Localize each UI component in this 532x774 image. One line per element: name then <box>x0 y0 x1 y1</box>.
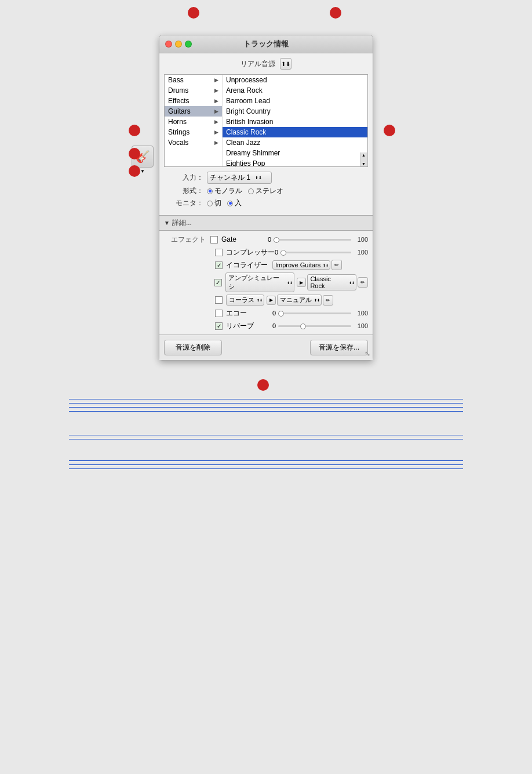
amp-sim-checkbox[interactable]: ✓ <box>214 279 222 286</box>
preset-classic-rock[interactable]: Classic Rock <box>223 127 367 137</box>
echo-value-left: 0 <box>272 310 276 317</box>
source-stepper[interactable]: ⬆⬇ <box>280 58 291 70</box>
channel-select[interactable]: チャンネル 1 ⬆⬇ <box>207 172 272 184</box>
separator-line-9 <box>69 468 463 469</box>
compressor-slider-thumb[interactable] <box>280 250 286 256</box>
echo-label: エコー <box>226 308 272 318</box>
preset-bright-country[interactable]: Bright Country <box>223 106 367 117</box>
reverb-slider-track[interactable] <box>278 325 351 327</box>
separator-line-6 <box>69 439 463 439</box>
separator-line-7 <box>69 460 463 461</box>
chorus-name-dropdown[interactable]: コーラス <box>226 295 264 306</box>
details-toggle[interactable]: ▼ 詳細... <box>159 215 373 230</box>
monitor-on-radio[interactable]: 入 <box>227 198 242 208</box>
gate-slider-thumb[interactable] <box>274 237 279 243</box>
list-item-drums[interactable]: Drums ▶ <box>165 85 222 96</box>
list-item-guitars[interactable]: Guitars ▶ <box>165 106 222 117</box>
list-item-bass[interactable]: Bass ▶ <box>165 75 222 85</box>
reverb-slider-thumb[interactable] <box>300 324 306 329</box>
preset-unprocessed[interactable]: Unprocessed <box>223 75 367 85</box>
preset-barroom-lead[interactable]: Barroom Lead <box>223 96 367 106</box>
effect-row-amp-sim: ✓ アンプシミュレーシ ▶ Classic Rock ✏ <box>159 271 373 293</box>
section-gap-4 <box>69 450 463 457</box>
separator-line-4 <box>69 411 463 412</box>
amp-sim-edit-button[interactable]: ✏ <box>358 277 368 288</box>
separator-line-2 <box>69 403 463 404</box>
preset-dreamy-shimmer[interactable]: Dreamy Shimmer <box>223 148 367 158</box>
equalizer-checkbox[interactable]: ✓ <box>215 261 223 269</box>
track-info-window: トラック情報 リアル音源 ⬆⬇ Bass ▶ <box>159 35 373 361</box>
equalizer-edit-button[interactable]: ✏ <box>331 260 342 270</box>
list-item-strings[interactable]: Strings ▶ <box>165 127 222 137</box>
save-instrument-button[interactable]: 音源を保存... <box>310 340 368 355</box>
gate-value-right: 100 <box>354 236 368 243</box>
gate-checkbox[interactable] <box>210 236 218 244</box>
arrow-icon: ▶ <box>214 108 218 114</box>
reverb-checkbox[interactable]: ✓ <box>215 322 223 330</box>
annotation-circle-left-1 <box>129 125 140 136</box>
mono-label: モノラル <box>214 186 242 196</box>
monitor-off-label: 切 <box>214 198 221 208</box>
monitor-off-radio[interactable]: 切 <box>207 198 221 208</box>
page-container: トラック情報 リアル音源 ⬆⬇ Bass ▶ <box>0 0 532 484</box>
monitor-on-circle <box>227 201 233 206</box>
effect-row-echo: エコー 0 100 <box>159 307 373 319</box>
chorus-checkbox[interactable] <box>215 296 223 304</box>
preset-clean-jazz[interactable]: Clean Jazz <box>223 137 367 148</box>
effect-row-chorus: コーラス ▶ マニュアル ✏ <box>159 293 373 307</box>
input-label: 入力： <box>169 173 203 183</box>
scroll-up-icon[interactable]: ▲ <box>362 153 366 157</box>
source-row: リアル音源 ⬆⬇ <box>164 58 368 70</box>
reverb-slider-area: 0 100 <box>272 322 368 329</box>
stereo-radio-circle <box>248 188 254 194</box>
guitar-dropdown-arrow[interactable]: ▼ <box>140 169 145 174</box>
gate-value-left: 0 <box>268 236 271 243</box>
preset-british-invasion[interactable]: British Invasion <box>223 117 367 127</box>
chorus-play-button[interactable]: ▶ <box>267 296 276 305</box>
amp-sim-play-button[interactable]: ▶ <box>297 278 306 287</box>
chorus-preset-dropdown[interactable]: マニュアル <box>277 295 322 306</box>
stereo-radio[interactable]: ステレオ <box>248 186 283 196</box>
zoom-button[interactable] <box>185 41 192 48</box>
list-item-effects[interactable]: Effects ▶ <box>165 96 222 106</box>
gate-slider-track[interactable] <box>274 239 351 241</box>
resize-handle[interactable]: ⤡ <box>365 350 370 358</box>
bottom-buttons: 音源を削除 音源を保存... ⤡ <box>159 335 373 360</box>
format-radio-group: モノラル ステレオ <box>207 186 283 196</box>
preset-eighties-pop[interactable]: Eighties Pop <box>223 158 367 166</box>
monitor-row: モニタ： 切 入 <box>164 198 368 208</box>
arrow-icon: ▶ <box>214 77 218 83</box>
arrow-icon: ▶ <box>214 119 218 125</box>
preset-list: Unprocessed Arena Rock Barroom Lead Brig… <box>223 75 367 166</box>
equalizer-dropdown[interactable]: Improve Guitars <box>272 260 330 270</box>
annotation-circle-left-3 <box>129 165 140 177</box>
channel-stepper-icon: ⬆⬇ <box>255 176 262 180</box>
reverb-value-left: 0 <box>272 322 276 329</box>
annotation-circle-right <box>384 125 395 136</box>
section-gap-3 <box>69 443 463 450</box>
list-item-vocals[interactable]: Vocals ▶ <box>165 137 222 148</box>
mono-radio-circle <box>207 188 213 194</box>
amp-sim-name-dropdown[interactable]: アンプシミュレーシ <box>225 272 295 292</box>
echo-checkbox[interactable] <box>215 310 223 317</box>
mono-radio[interactable]: モノラル <box>207 186 242 196</box>
compressor-checkbox[interactable] <box>215 249 223 256</box>
amp-sim-preset-dropdown[interactable]: Classic Rock <box>307 274 356 290</box>
delete-instrument-button[interactable]: 音源を削除 <box>164 340 222 355</box>
list-item-horns[interactable]: Horns ▶ <box>165 117 222 127</box>
chorus-edit-button[interactable]: ✏ <box>323 295 333 306</box>
separator-line-8 <box>69 464 463 465</box>
annotation-circle-1 <box>188 7 199 19</box>
equalizer-label: イコライザー <box>226 260 272 270</box>
preset-arena-rock[interactable]: Arena Rock <box>223 85 367 96</box>
format-row: 形式： モノラル ステレオ <box>164 186 368 196</box>
echo-slider-track[interactable] <box>278 312 351 314</box>
close-button[interactable] <box>165 41 172 48</box>
scroll-down-icon[interactable]: ▼ <box>362 162 366 166</box>
category-list: Bass ▶ Drums ▶ Effects ▶ Guitars <box>165 75 223 166</box>
channel-value: チャンネル 1 <box>210 173 250 183</box>
compressor-slider-track[interactable] <box>280 252 351 253</box>
notes-section <box>63 395 469 473</box>
minimize-button[interactable] <box>175 41 182 48</box>
echo-slider-thumb[interactable] <box>278 311 284 317</box>
